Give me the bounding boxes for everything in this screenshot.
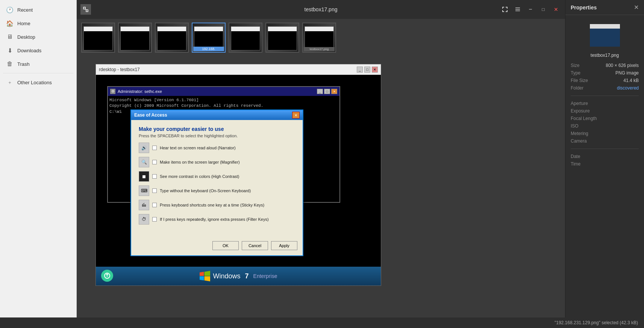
sidebar-item-other-locations[interactable]: + Other Locations bbox=[2, 76, 75, 89]
svg-rect-3 bbox=[515, 8, 520, 8]
trash-icon: 🗑 bbox=[6, 60, 14, 68]
home-icon: 🏠 bbox=[6, 20, 14, 27]
props-folder-label: Folder bbox=[571, 85, 583, 91]
magnifier-checkbox[interactable] bbox=[152, 160, 157, 164]
thumb7-label: testbox17.png bbox=[304, 47, 335, 51]
properties-close-btn[interactable]: ✕ bbox=[634, 4, 639, 11]
menu-button[interactable] bbox=[512, 4, 523, 15]
thumbnail-3[interactable] bbox=[155, 23, 189, 53]
status-bar: "192.168.231.129.png" selected (42.3 kB) bbox=[0, 317, 644, 328]
ease-dialog-buttons: OK Cancel Apply bbox=[212, 241, 297, 250]
rdesktop-minimize[interactable]: _ bbox=[357, 67, 363, 73]
high-contrast-icon: ◼ bbox=[139, 171, 149, 182]
properties-filename: testbox17.png bbox=[565, 53, 644, 58]
sidebar-item-home-label: Home bbox=[17, 21, 30, 26]
minimize-button[interactable]: − bbox=[525, 4, 536, 15]
sidebar-item-downloads-label: Downloads bbox=[17, 48, 41, 53]
sidebar-item-desktop[interactable]: 🖥 Desktop bbox=[2, 30, 75, 43]
viewer-title: testbox17.png bbox=[305, 6, 338, 12]
zoom-fit-button[interactable] bbox=[500, 4, 510, 15]
keyboard-icon: ⌨ bbox=[139, 185, 149, 196]
sticky-keys-icon: 🖮 bbox=[139, 200, 149, 210]
props-camera: Camera bbox=[565, 137, 644, 145]
admin-window: ⚙ Administrator: sethc.exe _ □ ✕ bbox=[107, 86, 340, 203]
props-folder-value: discovered bbox=[617, 85, 639, 91]
sidebar-item-home[interactable]: 🏠 Home bbox=[2, 17, 75, 30]
downloads-icon: ⬇ bbox=[6, 47, 14, 54]
thumbnail-6[interactable] bbox=[265, 23, 299, 53]
props-filesize-label: File Size bbox=[571, 78, 588, 83]
admin-maximize-btn[interactable]: □ bbox=[324, 89, 330, 94]
ease-header: Make your computer easier to use bbox=[139, 126, 295, 132]
ease-ok-btn[interactable]: OK bbox=[212, 241, 239, 250]
close-button[interactable]: ✕ bbox=[551, 4, 561, 15]
props-iso: ISO bbox=[565, 122, 644, 130]
sidebar-item-recent-label: Recent bbox=[17, 7, 33, 13]
ease-apply-btn[interactable]: Apply bbox=[271, 241, 297, 250]
ease-content: Make your computer easier to use Press t… bbox=[131, 120, 303, 234]
keyboard-checkbox[interactable] bbox=[152, 188, 157, 193]
props-thumbnail bbox=[590, 24, 620, 47]
win7-edition: Enterprise bbox=[253, 273, 277, 279]
narrator-checkbox[interactable] bbox=[152, 146, 157, 150]
filter-keys-label: If I press keys repeatedly, ignore extra… bbox=[160, 217, 269, 222]
props-size-label: Size bbox=[571, 63, 579, 68]
other-locations-icon: + bbox=[6, 79, 14, 86]
props-divider bbox=[571, 96, 639, 96]
filter-keys-checkbox[interactable] bbox=[152, 217, 157, 222]
props-metering: Metering bbox=[565, 130, 644, 137]
props-time: Time bbox=[565, 160, 644, 168]
keyboard-label: Type without the keyboard (On-Screen Key… bbox=[160, 188, 251, 193]
sidebar-item-desktop-label: Desktop bbox=[17, 34, 35, 40]
win7-version: 7 bbox=[245, 272, 249, 280]
rdesktop-close[interactable]: ✕ bbox=[372, 67, 378, 73]
svg-rect-0 bbox=[83, 7, 85, 9]
ease-item-sticky-keys: 🖮 Press keyboard shortcuts one key at a … bbox=[139, 200, 295, 210]
sticky-keys-label: Press keyboard shortcuts one key at a ti… bbox=[160, 203, 264, 207]
sidebar-item-trash[interactable]: 🗑 Trash bbox=[2, 58, 75, 70]
sidebar-item-downloads[interactable]: ⬇ Downloads bbox=[2, 44, 75, 57]
rdesktop-window: rdesktop - testbox17 _ □ ✕ ⚙ bbox=[95, 64, 381, 286]
properties-title: Properties bbox=[571, 5, 597, 11]
desktop-icon: 🖥 bbox=[6, 33, 14, 41]
ease-titlebar: Ease of Access ✕ bbox=[131, 110, 303, 120]
sticky-keys-checkbox[interactable] bbox=[152, 203, 157, 207]
recent-icon: 🕐 bbox=[6, 6, 14, 14]
rdesktop-title: rdesktop - testbox17 bbox=[99, 67, 140, 72]
selected-thumb-label: 192.168. bbox=[193, 47, 224, 51]
rdesktop-maximize[interactable]: □ bbox=[364, 67, 370, 73]
props-filesize-value: 41.4 kB bbox=[623, 78, 639, 83]
ease-close-btn[interactable]: ✕ bbox=[292, 112, 300, 118]
admin-titlebar: ⚙ Administrator: sethc.exe _ □ ✕ bbox=[108, 87, 339, 96]
props-thumbnail-area bbox=[565, 20, 644, 51]
expand-button[interactable] bbox=[80, 4, 91, 15]
high-contrast-checkbox[interactable] bbox=[152, 174, 157, 179]
props-date: Date bbox=[565, 153, 644, 160]
ease-cancel-btn[interactable]: Cancel bbox=[242, 241, 268, 250]
ease-subheader: Press the SPACEBAR to select the highlig… bbox=[139, 134, 295, 138]
svg-rect-5 bbox=[515, 11, 520, 11]
status-text: "192.168.231.129.png" selected (42.3 kB) bbox=[555, 320, 638, 325]
thumbnail-5[interactable] bbox=[229, 23, 262, 53]
rdesktop-btns: _ □ ✕ bbox=[357, 67, 378, 73]
sidebar-divider bbox=[3, 73, 73, 73]
ease-item-high-contrast: ◼ See more contrast in colors (High Cont… bbox=[139, 171, 295, 182]
sidebar: 🕐 Recent 🏠 Home 🖥 Desktop ⬇ Downloads 🗑 … bbox=[0, 0, 77, 317]
terminal-line-1: Microsoft Windows [Version 6.1.7601] bbox=[109, 97, 338, 103]
preview-area: rdesktop - testbox17 _ □ ✕ ⚙ bbox=[77, 56, 565, 317]
thumbnail-4-selected[interactable]: 192.168. bbox=[192, 23, 226, 53]
viewer-controls: − □ ✕ bbox=[500, 4, 561, 15]
thumbnail-2[interactable] bbox=[118, 23, 152, 53]
svg-rect-4 bbox=[515, 9, 520, 10]
windows7-logo: Windows 7 Enterprise bbox=[200, 271, 277, 281]
sidebar-item-other-locations-label: Other Locations bbox=[17, 80, 52, 85]
sidebar-item-recent[interactable]: 🕐 Recent bbox=[2, 3, 75, 16]
maximize-button[interactable]: □ bbox=[538, 4, 549, 15]
file-viewer-bar: testbox17.png − □ ✕ bbox=[77, 0, 565, 19]
magnifier-icon: 🔍 bbox=[139, 157, 149, 167]
thumbnail-7[interactable]: testbox17.png bbox=[302, 23, 336, 53]
admin-minimize-btn[interactable]: _ bbox=[317, 89, 323, 94]
thumbnail-1[interactable] bbox=[81, 23, 115, 53]
admin-close-btn[interactable]: ✕ bbox=[331, 89, 337, 94]
props-folder-row: Folder discovered bbox=[565, 84, 644, 92]
